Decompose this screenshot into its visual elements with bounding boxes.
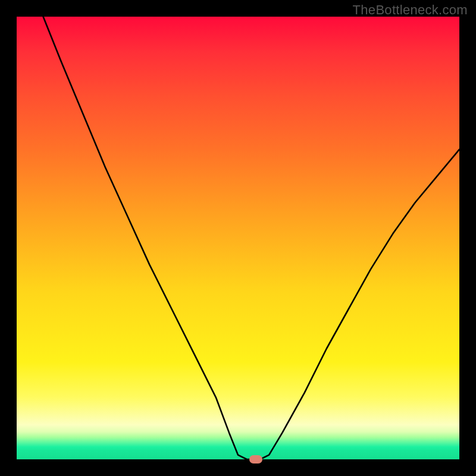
chart-frame: TheBottleneck.com <box>0 0 476 476</box>
chart-plot-area <box>17 17 459 459</box>
bottleneck-curve <box>17 17 459 459</box>
watermark-text: TheBottleneck.com <box>353 2 468 18</box>
optimal-point-marker <box>249 455 262 464</box>
